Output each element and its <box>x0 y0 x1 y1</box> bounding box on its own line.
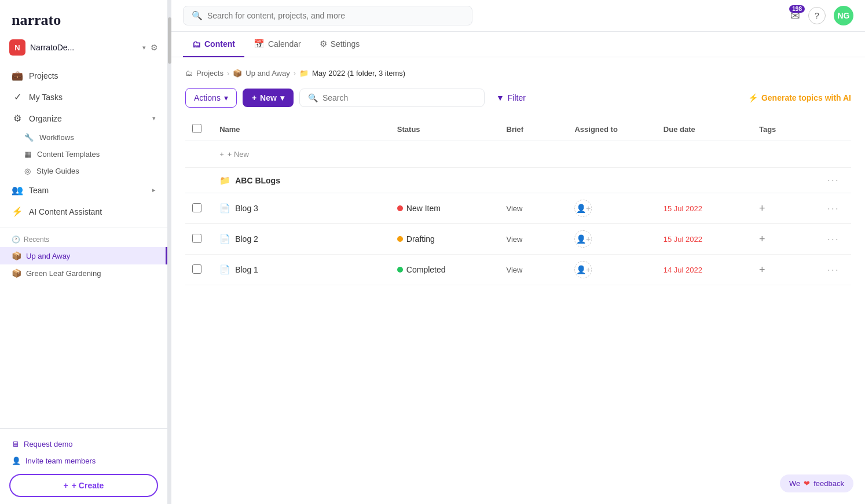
blog2-brief-link[interactable]: View <box>507 235 523 244</box>
workflows-icon: 🔧 <box>24 133 34 142</box>
add-person-icon: 👤+ <box>576 265 591 274</box>
sidebar-item-label: My Tasks <box>29 93 63 102</box>
breadcrumb-project[interactable]: Up and Away <box>245 69 289 78</box>
folder-breadcrumb-icon: 📁 <box>299 69 309 78</box>
blog3-actions[interactable]: ··· <box>820 193 851 224</box>
sidebar-item-style-guides[interactable]: ◎ Style Guides <box>0 163 167 179</box>
blog3-more-icon[interactable]: ··· <box>827 203 840 214</box>
recent-item-green-leaf[interactable]: 📦 Green Leaf Gardening <box>0 264 167 282</box>
folder-actions[interactable]: ··· <box>820 168 851 193</box>
content-search-input[interactable] <box>322 93 476 102</box>
select-all-checkbox[interactable] <box>192 124 201 133</box>
blog3-assigned-avatar[interactable]: 👤+ <box>574 200 592 217</box>
header-name: Name <box>212 118 390 141</box>
blog2-due: 15 Jul 2022 <box>657 224 752 255</box>
folder-name[interactable]: 📁 ABC BLogs <box>219 175 383 186</box>
blog3-due-date: 15 Jul 2022 <box>664 204 702 213</box>
sidebar-item-team[interactable]: 👥 Team ▸ <box>0 179 167 201</box>
blog2-more-icon[interactable]: ··· <box>827 233 840 245</box>
recent-item-label: Up and Away <box>26 252 70 260</box>
actions-button[interactable]: Actions ▾ <box>185 88 237 108</box>
blog2-brief[interactable]: View <box>500 224 568 255</box>
global-search-input[interactable] <box>207 11 464 20</box>
feedback-button[interactable]: We ❤ feedback <box>780 474 853 492</box>
request-demo-link[interactable]: 🖥 Request demo <box>9 436 158 453</box>
folder-icon: 📁 <box>219 175 230 186</box>
blog3-tags[interactable]: + <box>752 193 820 224</box>
blog3-status: New Item <box>390 193 500 224</box>
table-row: 📄 Blog 1 Completed View <box>185 255 851 285</box>
main-tabs: 🗂 Content 📅 Calendar ⚙ Settings <box>171 32 865 57</box>
sidebar-item-label: Workflows <box>39 133 74 142</box>
blog1-name: 📄 Blog 1 <box>219 264 383 275</box>
blog1-doc-icon: 📄 <box>219 264 230 275</box>
clock-icon: 🕐 <box>12 236 20 244</box>
blog3-add-tag-icon[interactable]: + <box>759 203 765 214</box>
new-plus-icon: + <box>252 93 256 102</box>
blog1-actions[interactable]: ··· <box>820 255 851 285</box>
tab-calendar[interactable]: 📅 Calendar <box>244 32 310 57</box>
blog2-actions[interactable]: ··· <box>820 224 851 255</box>
row-checkbox-blog3[interactable] <box>192 203 201 212</box>
workspace-row[interactable]: N NarratoDe... ▾ ⚙ <box>0 35 167 62</box>
sidebar-bottom: 🖥 Request demo 👤 Invite team members + +… <box>0 428 167 504</box>
sidebar-item-my-tasks[interactable]: ✓ My Tasks <box>0 86 167 108</box>
blog2-tags[interactable]: + <box>752 224 820 255</box>
tab-settings[interactable]: ⚙ Settings <box>310 32 369 57</box>
new-button[interactable]: + New ▾ <box>243 89 294 107</box>
user-avatar[interactable]: NG <box>834 6 853 25</box>
blog1-name-cell: 📄 Blog 1 <box>212 255 390 285</box>
filter-icon: ▼ <box>496 93 504 102</box>
recent-item-up-and-away[interactable]: 📦 Up and Away <box>0 247 167 264</box>
sidebar-item-organize[interactable]: ⚙ Organize ▾ <box>0 108 167 129</box>
row-checkbox-blog1[interactable] <box>192 264 201 274</box>
global-search[interactable]: 🔍 <box>183 6 472 25</box>
content-search[interactable]: 🔍 <box>299 89 485 107</box>
blog1-brief-link[interactable]: View <box>507 266 523 274</box>
monitor-icon: 🖥 <box>12 440 19 448</box>
help-button[interactable]: ? <box>808 7 826 24</box>
table-row-folder: 📁 ABC BLogs ··· <box>185 168 851 193</box>
folder-more-icon[interactable]: ··· <box>827 174 840 186</box>
blog3-brief[interactable]: View <box>500 193 568 224</box>
sidebar-item-projects[interactable]: 💼 Projects <box>0 65 167 86</box>
table-header: Name Status Brief Assigned to Due date T… <box>185 118 851 141</box>
blog1-tags[interactable]: + <box>752 255 820 285</box>
invite-team-link[interactable]: 👤 Invite team members <box>9 453 158 469</box>
blog2-add-tag-icon[interactable]: + <box>759 233 765 245</box>
blog1-brief[interactable]: View <box>500 255 568 285</box>
heart-icon: ❤ <box>804 479 810 488</box>
workspace-gear-icon[interactable]: ⚙ <box>151 43 158 52</box>
sidebar-item-workflows[interactable]: 🔧 Workflows <box>0 129 167 146</box>
blog3-brief-link[interactable]: View <box>507 204 523 213</box>
sidebar-item-label: AI Content Assistant <box>29 207 102 216</box>
breadcrumb: 🗂 Projects › 📦 Up and Away › 📁 May 2022 … <box>185 69 851 78</box>
row-checkbox-blog2[interactable] <box>192 234 201 243</box>
projects-icon: 💼 <box>12 70 23 81</box>
recents-label: 🕐 Recents <box>0 232 167 247</box>
folder-name-cell[interactable]: 📁 ABC BLogs <box>212 168 390 193</box>
tab-content[interactable]: 🗂 Content <box>183 32 244 57</box>
breadcrumb-current: May 2022 (1 folder, 3 items) <box>312 69 405 78</box>
create-button[interactable]: + + Create <box>9 474 158 497</box>
sidebar-scrollbar[interactable] <box>168 0 171 504</box>
breadcrumb-projects[interactable]: Projects <box>196 69 223 78</box>
blog1-add-tag-icon[interactable]: + <box>759 264 765 275</box>
sidebar-item-content-templates[interactable]: ▦ Content Templates <box>0 146 167 163</box>
sidebar-item-ai-content[interactable]: ⚡ AI Content Assistant <box>0 201 167 222</box>
blog1-assigned[interactable]: 👤+ <box>567 255 656 285</box>
tasks-icon: ✓ <box>12 91 23 102</box>
blog2-name: 📄 Blog 2 <box>219 234 383 244</box>
blog1-more-icon[interactable]: ··· <box>827 264 840 275</box>
blog3-assigned[interactable]: 👤+ <box>567 193 656 224</box>
workspace-chevron-icon: ▾ <box>142 44 146 51</box>
filter-button[interactable]: ▼ Filter <box>490 90 532 106</box>
mail-button[interactable]: ✉ 198 <box>790 9 800 23</box>
generate-ai-button[interactable]: ⚡ Generate topics with AI <box>748 93 851 102</box>
blog1-assigned-avatar[interactable]: 👤+ <box>574 261 592 278</box>
new-item-button[interactable]: + + New <box>219 148 383 161</box>
blog2-assigned[interactable]: 👤+ <box>567 224 656 255</box>
blog2-assigned-avatar[interactable]: 👤+ <box>574 230 592 248</box>
team-expand-icon: ▸ <box>152 186 156 194</box>
workspace-name: NarratoDe... <box>30 43 138 52</box>
